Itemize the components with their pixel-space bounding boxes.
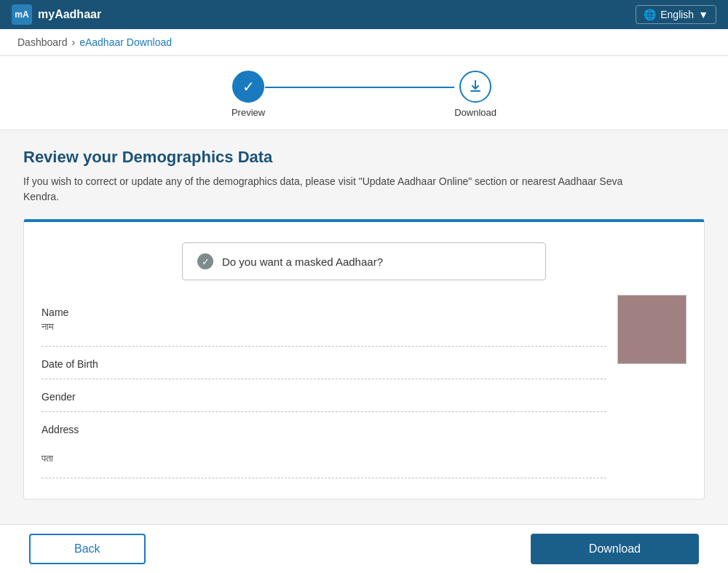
progress-container: ✓ Preview Download [232, 71, 496, 118]
photo-placeholder [617, 295, 687, 364]
step-download-circle [459, 71, 491, 103]
language-selector[interactable]: 🌐 English ▼ [636, 5, 716, 24]
field-gender-en: Gender [41, 387, 606, 404]
bottom-bar: Back Download [0, 524, 728, 573]
step-download-label: Download [454, 107, 496, 118]
section-description: If you wish to correct or update any of … [23, 174, 649, 205]
chevron-down-icon: ▼ [698, 9, 708, 20]
back-button[interactable]: Back [29, 534, 146, 564]
field-name-hi: नाम [41, 320, 606, 339]
demographics-card: ✓ Do you want a masked Aadhaar? Name नाम… [23, 219, 705, 499]
field-name: Name नाम [41, 295, 606, 347]
fields-wrapper: Name नाम Date of Birth Gender Address पत… [41, 295, 687, 478]
field-address-hi: पता [41, 451, 606, 470]
breadcrumb-separator: › [72, 36, 76, 48]
step-download: Download [454, 71, 496, 118]
field-dob: Date of Birth [41, 347, 606, 379]
field-dob-en: Date of Birth [41, 354, 606, 371]
lang-icon: 🌐 [644, 9, 656, 20]
masked-aadhaar-row[interactable]: ✓ Do you want a masked Aadhaar? [182, 242, 546, 280]
breadcrumb: Dashboard › eAadhaar Download [0, 29, 728, 56]
progress-section: ✓ Preview Download [0, 56, 728, 130]
field-address-en: Address [41, 419, 606, 437]
step-preview: ✓ Preview [232, 71, 265, 118]
main-content: Review your Demographics Data If you wis… [0, 130, 728, 517]
masked-aadhaar-label: Do you want a masked Aadhaar? [222, 256, 383, 268]
field-gender: Gender [41, 379, 606, 412]
lang-label: English [660, 9, 694, 20]
masked-check-icon: ✓ [197, 253, 213, 269]
breadcrumb-dashboard[interactable]: Dashboard [17, 36, 68, 48]
logo-icon: mA [12, 4, 32, 25]
app-logo: mA myAadhaar [12, 4, 101, 25]
download-button[interactable]: Download [531, 534, 699, 564]
section-title: Review your Demographics Data [23, 148, 705, 167]
field-address: Address पता [41, 412, 606, 478]
field-name-en: Name [41, 302, 606, 320]
progress-line [265, 87, 454, 88]
step-preview-circle: ✓ [232, 71, 264, 103]
breadcrumb-current: eAadhaar Download [79, 36, 172, 48]
app-name: myAadhaar [38, 8, 101, 21]
header: mA myAadhaar 🌐 English ▼ [0, 0, 728, 29]
step-preview-label: Preview [232, 107, 265, 118]
